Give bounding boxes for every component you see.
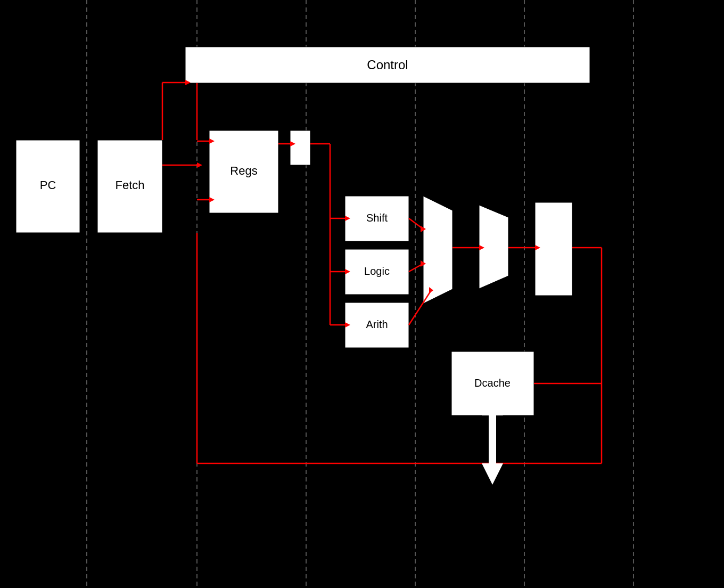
dcache-label: Dcache <box>474 377 511 389</box>
reg-out-block <box>535 202 572 296</box>
shift-label: Shift <box>366 212 388 224</box>
regs-label: Regs <box>230 164 257 177</box>
arith-label: Arith <box>366 318 388 330</box>
control-label: Control <box>367 58 408 72</box>
mux-small-block <box>290 130 310 165</box>
logic-label: Logic <box>364 265 390 277</box>
mux2-block <box>479 205 508 289</box>
fetch-label: Fetch <box>115 178 144 192</box>
mux1-block <box>423 196 452 304</box>
pc-label: PC <box>40 178 56 192</box>
